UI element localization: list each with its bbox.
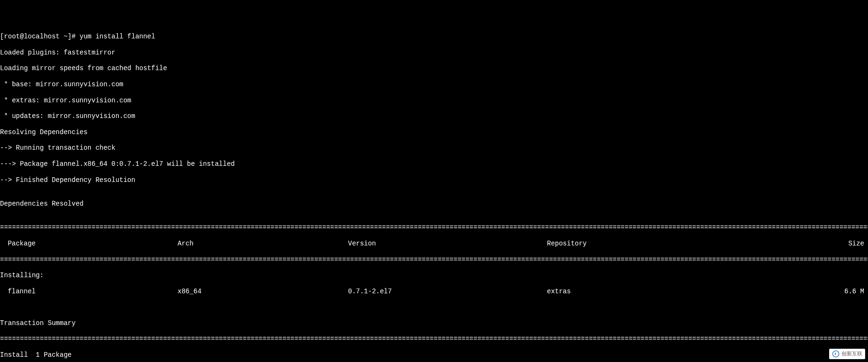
col-header-repository: Repository [547,240,717,248]
cell-repository: extras [547,288,717,296]
install-count: Install 1 Package [0,351,868,359]
terminal-line: --> Running transaction check [0,144,868,152]
terminal-line: * base: mirror.sunnyvision.com [0,81,868,89]
divider-rule: ========================================… [0,224,868,232]
terminal-line: [root@localhost ~]# yum install flannel [0,33,868,41]
table-header: Package Arch Version Repository Size [0,240,868,248]
terminal-line: Resolving Dependencies [0,128,868,136]
terminal-line: * updates: mirror.sunnyvision.com [0,112,868,120]
terminal-line: * extras: mirror.sunnyvision.com [0,97,868,105]
table-row: flannel x86_64 0.7.1-2.el7 extras 6.6 M [0,288,868,296]
col-header-version: Version [348,240,547,248]
terminal-line: ---> Package flannel.x86_64 0:0.7.1-2.el… [0,160,868,168]
col-header-package: Package [0,240,178,248]
divider-rule: ========================================… [0,256,868,264]
divider-rule: ========================================… [0,335,868,343]
terminal-line: Loaded plugins: fastestmirror [0,49,868,57]
transaction-summary-label: Transaction Summary [0,319,868,327]
command-text: yum install flannel [80,33,155,40]
watermark-badge: 创新互联 [829,349,865,359]
watermark-text: 创新互联 [841,351,862,357]
installing-label: Installing: [0,272,868,280]
col-header-size: Size [717,240,868,248]
cell-size: 6.6 M [717,288,868,296]
terminal-line: --> Finished Dependency Resolution [0,176,868,184]
blank-line [0,303,868,311]
cell-package: flannel [0,288,178,296]
shell-prompt: [root@localhost ~]# [0,33,80,40]
watermark-logo-icon [832,350,840,358]
terminal-line: Dependencies Resolved [0,200,868,208]
col-header-arch: Arch [178,240,348,248]
terminal-line: Loading mirror speeds from cached hostfi… [0,64,868,72]
cell-arch: x86_64 [178,288,348,296]
cell-version: 0.7.1-2.el7 [348,288,547,296]
